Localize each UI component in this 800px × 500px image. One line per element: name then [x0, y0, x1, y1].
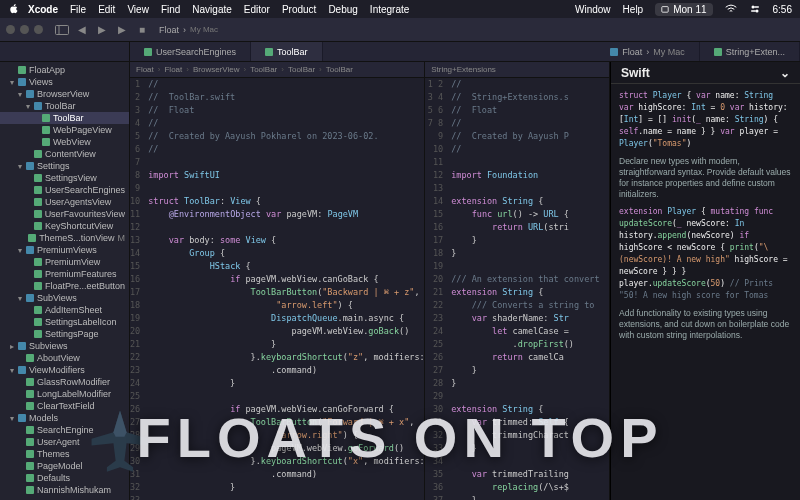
- scheme-destination: My Mac: [190, 25, 218, 34]
- swift-panel-header[interactable]: Swift ⌄: [611, 62, 800, 84]
- navigator-item[interactable]: PremiumView: [0, 256, 129, 268]
- menu-navigate[interactable]: Navigate: [192, 4, 231, 15]
- sidebar-left-icon[interactable]: [55, 23, 69, 37]
- folder-icon: [26, 246, 34, 254]
- navigator-item-label: Themes: [37, 449, 70, 459]
- swift-file-icon: [26, 390, 34, 398]
- navigator-item[interactable]: AboutView: [0, 352, 129, 364]
- menu-window[interactable]: Window: [575, 4, 611, 15]
- swift-file-icon: [26, 462, 34, 470]
- tab-string-extensions[interactable]: String+Exten...: [700, 42, 800, 61]
- navigator-item[interactable]: ▾Settings: [0, 160, 129, 172]
- menu-help[interactable]: Help: [623, 4, 644, 15]
- menu-editor[interactable]: Editor: [244, 4, 270, 15]
- navigator-item[interactable]: AddItemSheet: [0, 304, 129, 316]
- tab-float[interactable]: Float ›My Mac: [596, 42, 700, 61]
- zoom-window-button[interactable]: [34, 25, 43, 34]
- navigator-item[interactable]: ▾BrowserView: [0, 88, 129, 100]
- control-center-icon[interactable]: [749, 4, 761, 14]
- navigator-item[interactable]: LongLabelModifier: [0, 388, 129, 400]
- app-icon: [610, 48, 618, 56]
- minimize-window-button[interactable]: [20, 25, 29, 34]
- tab-usersearchengines[interactable]: UserSearchEngines: [130, 42, 251, 61]
- navigator-item[interactable]: KeyShortcutView: [0, 220, 129, 232]
- navigator-item[interactable]: NannishMishukam: [0, 484, 129, 496]
- swift-file-icon: [34, 306, 42, 314]
- jump-bar-left[interactable]: Float› Float› BrowserView› ToolBar› Tool…: [130, 62, 424, 78]
- navigator-item[interactable]: Themes: [0, 448, 129, 460]
- navigator-item[interactable]: WebPageView: [0, 124, 129, 136]
- project-navigator[interactable]: FloatApp▾Views▾BrowserView▾ToolBarToolBa…: [0, 62, 130, 500]
- swift-file-icon: [34, 258, 42, 266]
- menu-edit[interactable]: Edit: [98, 4, 115, 15]
- menu-app[interactable]: Xcode: [28, 4, 58, 15]
- navigator-item-label: Defaults: [37, 473, 70, 483]
- navigator-item[interactable]: WebView: [0, 136, 129, 148]
- secondary-editor: String+Extensions 1 2 3 4 5 6 7 8 9 10 1…: [425, 62, 610, 500]
- menu-file[interactable]: File: [70, 4, 86, 15]
- swift-documentation-panel: Swift ⌄ struct Player { var name: String…: [610, 62, 800, 500]
- navigator-item[interactable]: SettingsLabelIcon: [0, 316, 129, 328]
- navigator-item[interactable]: FloatPre...eetButton: [0, 280, 129, 292]
- menu-integrate[interactable]: Integrate: [370, 4, 409, 15]
- navigator-item[interactable]: UserAgentsView: [0, 196, 129, 208]
- menu-find[interactable]: Find: [161, 4, 180, 15]
- navigator-item[interactable]: ▾PremiumViews: [0, 244, 129, 256]
- navigator-item[interactable]: UserSearchEngines: [0, 184, 129, 196]
- scheme-selector[interactable]: Float › My Mac: [159, 25, 218, 35]
- close-window-button[interactable]: [6, 25, 15, 34]
- tab-toolbar[interactable]: ToolBar: [251, 42, 323, 61]
- swift-file-icon: [34, 186, 42, 194]
- menu-view[interactable]: View: [127, 4, 149, 15]
- swift-panel-body[interactable]: struct Player { var name: String var hig…: [611, 84, 800, 500]
- editor-tabbar: UserSearchEngines ToolBar Float ›My Mac …: [0, 42, 800, 62]
- navigator-item[interactable]: ContentView: [0, 148, 129, 160]
- calendar-icon: [661, 5, 669, 13]
- code-editor-right[interactable]: 1 2 3 4 5 6 7 8 9 10 11 12 13 14 15 16 1…: [425, 78, 609, 500]
- jump-bar-right[interactable]: String+Extensions: [425, 62, 609, 78]
- navigator-item-label: SubViews: [37, 293, 77, 303]
- apple-logo-icon[interactable]: [8, 3, 20, 15]
- navigator-item-label: PremiumView: [45, 257, 100, 267]
- navigator-item[interactable]: GlassRowModifier: [0, 376, 129, 388]
- navigator-item[interactable]: ▸Subviews: [0, 340, 129, 352]
- navigator-item[interactable]: ToolBar: [0, 112, 129, 124]
- navigator-item[interactable]: SettingsView: [0, 172, 129, 184]
- navigator-item[interactable]: UserFavouritesView: [0, 208, 129, 220]
- nav-forward-icon[interactable]: ▶: [95, 23, 109, 37]
- nav-back-icon[interactable]: ◀: [75, 23, 89, 37]
- navigator-item-label: UserSearchEngines: [45, 185, 125, 195]
- navigator-item[interactable]: ▾Views: [0, 76, 129, 88]
- wifi-icon[interactable]: [725, 4, 737, 14]
- navigator-item[interactable]: Defaults: [0, 472, 129, 484]
- navigator-item[interactable]: ▾ToolBar: [0, 100, 129, 112]
- navigator-item[interactable]: FloatApp: [0, 64, 129, 76]
- menubar-clock[interactable]: 6:56: [773, 4, 792, 15]
- navigator-item[interactable]: ClearTextField: [0, 400, 129, 412]
- chevron-down-icon[interactable]: ⌄: [780, 66, 790, 80]
- menu-debug[interactable]: Debug: [328, 4, 357, 15]
- swift-file-icon: [265, 48, 273, 56]
- stop-button[interactable]: ■: [135, 23, 149, 37]
- swift-file-icon: [26, 378, 34, 386]
- navigator-item-label: SettingsView: [45, 173, 97, 183]
- navigator-item-label: AddItemSheet: [45, 305, 102, 315]
- navigator-item[interactable]: SearchEngine: [0, 424, 129, 436]
- navigator-item[interactable]: ▾SubViews: [0, 292, 129, 304]
- navigator-item-label: AboutView: [37, 353, 80, 363]
- code-editor-left[interactable]: 1 2 3 4 5 6 7 8 9 10 11 12 13 14 15 16 1…: [130, 78, 424, 500]
- navigator-item[interactable]: ▾ViewModifiers: [0, 364, 129, 376]
- navigator-item[interactable]: UserAgent: [0, 436, 129, 448]
- navigator-item[interactable]: SettingsPage: [0, 328, 129, 340]
- navigator-item[interactable]: ▾Models: [0, 412, 129, 424]
- menu-product[interactable]: Product: [282, 4, 316, 15]
- run-button[interactable]: ▶: [115, 23, 129, 37]
- navigator-item-label: SettingsPage: [45, 329, 99, 339]
- folder-icon: [26, 90, 34, 98]
- navigator-item[interactable]: PremiumFeatures: [0, 268, 129, 280]
- navigator-item[interactable]: PageModel: [0, 460, 129, 472]
- navigator-item-label: ClearTextField: [37, 401, 95, 411]
- navigator-item[interactable]: ThemeS...tionView M: [0, 232, 129, 244]
- navigator-item-label: ContentView: [45, 149, 96, 159]
- menubar-date[interactable]: Mon 11: [655, 3, 712, 16]
